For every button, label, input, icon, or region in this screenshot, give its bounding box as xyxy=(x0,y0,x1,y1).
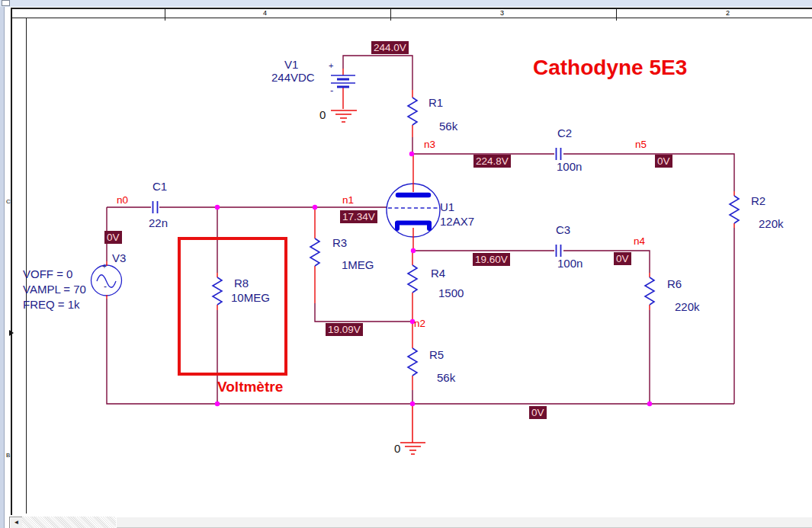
v1-ref-label[interactable]: V1 xyxy=(284,58,298,71)
ground-symbol-v1[interactable] xyxy=(331,110,357,122)
net-label-n1[interactable]: n1 xyxy=(342,194,354,206)
bias-voltage-supply[interactable]: 244.0V xyxy=(371,41,409,54)
scrollbar-track[interactable] xyxy=(22,517,116,528)
bias-voltage-n5[interactable]: 0V xyxy=(655,155,672,168)
v3-ref-label[interactable]: V3 xyxy=(112,251,126,264)
bias-voltage-bottom[interactable]: 0V xyxy=(529,406,547,419)
application-window: 4 3 2 C B xyxy=(0,0,812,528)
r1-ref-label[interactable]: R1 xyxy=(428,96,443,109)
capacitor-c3-symbol[interactable] xyxy=(557,245,561,257)
u1-ref-label[interactable]: U1 xyxy=(440,200,454,213)
voltmeter-annotation-box[interactable] xyxy=(178,237,287,376)
c2-ref-label[interactable]: C2 xyxy=(557,126,572,139)
v1-minus-sign: - xyxy=(330,87,333,94)
scrollbar-thumb[interactable] xyxy=(116,517,812,528)
net-label-n0[interactable]: n0 xyxy=(117,194,128,206)
v1-plus-sign: + xyxy=(329,62,333,69)
r8-ref-label[interactable]: R8 xyxy=(234,277,249,290)
resistor-r4-symbol[interactable] xyxy=(408,251,417,322)
u1-value-label[interactable]: 12AX7 xyxy=(440,215,474,228)
bias-voltage-n4[interactable]: 0V xyxy=(614,252,631,265)
r4-value-label[interactable]: 1500 xyxy=(438,286,464,299)
capacitor-c2-symbol[interactable] xyxy=(557,148,561,160)
net-label-n2[interactable]: n2 xyxy=(414,318,425,329)
c2-value-label[interactable]: 100n xyxy=(557,160,582,173)
tube-u1-symbol[interactable] xyxy=(387,155,440,251)
v1-value-label[interactable]: 244VDC xyxy=(271,71,315,84)
v3-voff-label[interactable]: VOFF = 0 xyxy=(23,267,72,280)
r2-ref-label[interactable]: R2 xyxy=(751,194,765,207)
r3-value-label[interactable]: 1MEG xyxy=(342,258,374,271)
bias-voltage-n3[interactable]: 224.8V xyxy=(473,155,511,168)
net-label-n4[interactable]: n4 xyxy=(634,235,645,247)
r5-value-label[interactable]: 56k xyxy=(437,371,455,384)
battery-v1-symbol[interactable] xyxy=(331,69,355,109)
resistor-r6-symbol[interactable] xyxy=(645,273,654,310)
c3-value-label[interactable]: 100n xyxy=(557,257,583,270)
c3-ref-label[interactable]: C3 xyxy=(556,223,570,236)
voltmeter-caption[interactable]: Voltmètre xyxy=(217,379,283,395)
r3-ref-label[interactable]: R3 xyxy=(332,236,347,249)
v3-plus-sign: + xyxy=(102,263,107,270)
resistor-r5-symbol[interactable] xyxy=(408,322,417,390)
resistor-r3-symbol[interactable] xyxy=(310,208,319,303)
bias-voltage-cathode[interactable]: 19.60V xyxy=(473,253,510,266)
r2-value-label[interactable]: 220k xyxy=(759,217,784,230)
v3-freq-label[interactable]: FREQ = 1k xyxy=(23,298,80,311)
c1-value-label[interactable]: 22n xyxy=(149,216,168,229)
net-label-n5[interactable]: n5 xyxy=(635,139,647,150)
r5-ref-label[interactable]: R5 xyxy=(429,348,444,361)
schematic-title[interactable]: Cathodyne 5E3 xyxy=(533,56,687,79)
bias-voltage-n0[interactable]: 0V xyxy=(104,231,122,244)
v3-minus-sign: - xyxy=(104,283,107,290)
ground-label-v1[interactable]: 0 xyxy=(319,109,326,121)
r8-value-label[interactable]: 10MEG xyxy=(231,291,270,304)
capacitor-c1-symbol[interactable] xyxy=(153,201,158,213)
ground-label-main[interactable]: 0 xyxy=(394,443,400,455)
r1-value-label[interactable]: 56k xyxy=(439,120,457,133)
r6-ref-label[interactable]: R6 xyxy=(667,277,682,290)
c1-ref-label[interactable]: C1 xyxy=(152,180,167,193)
resistor-r1-symbol[interactable] xyxy=(408,90,417,137)
r6-value-label[interactable]: 220k xyxy=(675,300,700,313)
resistor-r2-symbol[interactable] xyxy=(730,191,739,228)
r4-ref-label[interactable]: R4 xyxy=(431,267,445,280)
v3-vampl-label[interactable]: VAMPL = 70 xyxy=(23,283,86,296)
bias-voltage-grid[interactable]: 17.34V xyxy=(340,210,377,223)
ground-symbol-main[interactable] xyxy=(400,404,425,454)
bias-voltage-r3-net[interactable]: 19.09V xyxy=(326,323,363,336)
net-label-n3[interactable]: n3 xyxy=(424,139,435,150)
